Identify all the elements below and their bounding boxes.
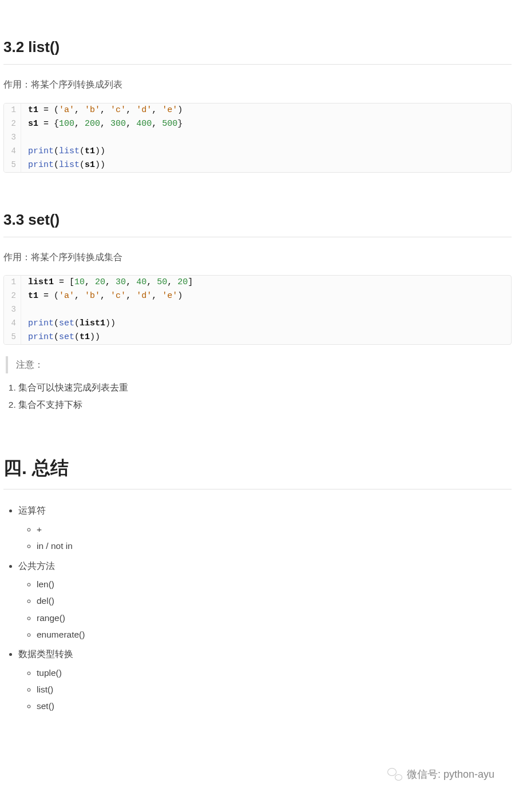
desc-3-3: 作用：将某个序列转换成集合 [3, 250, 512, 265]
note-item: 集合可以快速完成列表去重 [18, 380, 512, 395]
code-line: print(list(t1)) [21, 145, 105, 158]
summary-item: enumerate() [37, 627, 512, 642]
summary-sublist: tuple() list() set() [18, 666, 512, 714]
note-list: 集合可以快速完成列表去重 集合不支持下标 [3, 380, 512, 412]
summary-group-methods: 公共方法 len() del() range() enumerate() [18, 559, 512, 643]
line-number: 3 [4, 303, 21, 317]
summary-list: 运算符 + in / not in 公共方法 len() del() range… [3, 503, 512, 714]
code-line: t1 = ('a', 'b', 'c', 'd', 'e') [21, 104, 183, 117]
heading-3-3-set: 3.3 set() [3, 207, 512, 237]
summary-group-label: 公共方法 [18, 561, 55, 571]
footer: 微信号: python-ayu [3, 766, 512, 783]
summary-item: + [37, 522, 512, 537]
wechat-id-label: 微信号: python-ayu [407, 766, 494, 783]
line-number: 2 [4, 117, 21, 131]
heading-3-2-list: 3.2 list() [3, 34, 512, 65]
summary-sublist: + in / not in [18, 522, 512, 554]
wechat-badge: 微信号: python-ayu [387, 766, 494, 783]
wechat-icon [387, 768, 402, 781]
code-line: list1 = [10, 20, 30, 40, 50, 20] [21, 276, 193, 289]
code-line: print(set(list1)) [21, 317, 116, 331]
summary-item: tuple() [37, 666, 512, 680]
summary-item: in / not in [37, 539, 512, 554]
summary-group-label: 运算符 [18, 505, 46, 515]
summary-group-label: 数据类型转换 [18, 649, 73, 659]
summary-item: list() [37, 682, 512, 697]
code-line [21, 131, 33, 145]
summary-sublist: len() del() range() enumerate() [18, 577, 512, 642]
code-line: print(set(t1)) [21, 331, 100, 344]
heading-4-summary: 四. 总结 [3, 452, 512, 489]
summary-item: len() [37, 577, 512, 592]
code-block-set: 1 list1 = [10, 20, 30, 40, 50, 20] 2 t1 … [3, 275, 512, 345]
line-number: 1 [4, 276, 21, 289]
line-number: 5 [4, 331, 21, 344]
code-line: print(list(s1)) [21, 158, 105, 172]
desc-3-2: 作用：将某个序列转换成列表 [3, 77, 512, 92]
note-block: 注意： [6, 356, 512, 373]
line-number: 4 [4, 145, 21, 158]
code-block-list: 1 t1 = ('a', 'b', 'c', 'd', 'e') 2 s1 = … [3, 103, 512, 173]
line-number: 4 [4, 317, 21, 331]
summary-item: set() [37, 699, 512, 714]
line-number: 2 [4, 289, 21, 303]
summary-group-operators: 运算符 + in / not in [18, 503, 512, 554]
code-line: t1 = ('a', 'b', 'c', 'd', 'e') [21, 289, 183, 303]
summary-item: del() [37, 594, 512, 608]
line-number: 5 [4, 158, 21, 172]
line-number: 3 [4, 131, 21, 145]
summary-group-conversion: 数据类型转换 tuple() list() set() [18, 647, 512, 714]
summary-item: range() [37, 611, 512, 626]
code-line: s1 = {100, 200, 300, 400, 500} [21, 117, 183, 131]
line-number: 1 [4, 104, 21, 117]
code-line [21, 303, 33, 317]
note-item: 集合不支持下标 [18, 397, 512, 412]
